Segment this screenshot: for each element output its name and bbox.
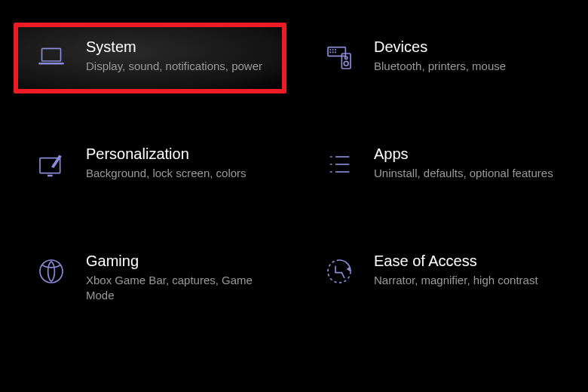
settings-item-text: Ease of Access Narrator, magnifier, high… bbox=[374, 252, 538, 288]
settings-item-title: Gaming bbox=[86, 252, 270, 270]
settings-item-text: Gaming Xbox Game Bar, captures, Game Mod… bbox=[86, 252, 270, 304]
settings-item-desc: Bluetooth, printers, mouse bbox=[374, 59, 506, 74]
personalization-icon bbox=[33, 146, 69, 182]
svg-rect-0 bbox=[42, 48, 61, 61]
settings-item-text: Personalization Background, lock screen,… bbox=[86, 145, 247, 181]
settings-item-personalization[interactable]: Personalization Background, lock screen,… bbox=[14, 130, 286, 201]
settings-item-title: Personalization bbox=[86, 145, 247, 163]
devices-icon bbox=[321, 39, 357, 75]
settings-item-title: Ease of Access bbox=[374, 252, 538, 270]
settings-grid: System Display, sound, notifications, po… bbox=[0, 0, 588, 345]
settings-item-desc: Xbox Game Bar, captures, Game Mode bbox=[86, 273, 270, 304]
settings-item-title: System bbox=[86, 38, 262, 56]
laptop-icon bbox=[33, 39, 69, 75]
settings-item-desc: Uninstall, defaults, optional features bbox=[374, 166, 553, 181]
settings-item-title: Apps bbox=[374, 145, 553, 163]
settings-item-devices[interactable]: Devices Bluetooth, printers, mouse bbox=[302, 23, 574, 93]
settings-item-system[interactable]: System Display, sound, notifications, po… bbox=[14, 23, 286, 93]
settings-item-title: Devices bbox=[374, 38, 506, 56]
settings-item-text: Devices Bluetooth, printers, mouse bbox=[374, 38, 506, 74]
apps-icon bbox=[321, 146, 357, 182]
settings-item-gaming[interactable]: Gaming Xbox Game Bar, captures, Game Mod… bbox=[14, 237, 286, 322]
settings-item-text: System Display, sound, notifications, po… bbox=[86, 38, 262, 74]
gaming-icon bbox=[33, 253, 69, 289]
svg-point-10 bbox=[345, 57, 348, 59]
svg-point-11 bbox=[344, 61, 348, 66]
svg-point-21 bbox=[40, 260, 63, 283]
settings-item-text: Apps Uninstall, defaults, optional featu… bbox=[374, 145, 553, 181]
settings-item-desc: Display, sound, notifications, power bbox=[86, 59, 262, 74]
settings-item-desc: Narrator, magnifier, high contrast bbox=[374, 273, 538, 288]
settings-item-desc: Background, lock screen, colors bbox=[86, 166, 247, 181]
ease-of-access-icon bbox=[321, 253, 357, 289]
settings-item-apps[interactable]: Apps Uninstall, defaults, optional featu… bbox=[302, 130, 574, 201]
settings-item-ease-of-access[interactable]: Ease of Access Narrator, magnifier, high… bbox=[302, 237, 574, 322]
